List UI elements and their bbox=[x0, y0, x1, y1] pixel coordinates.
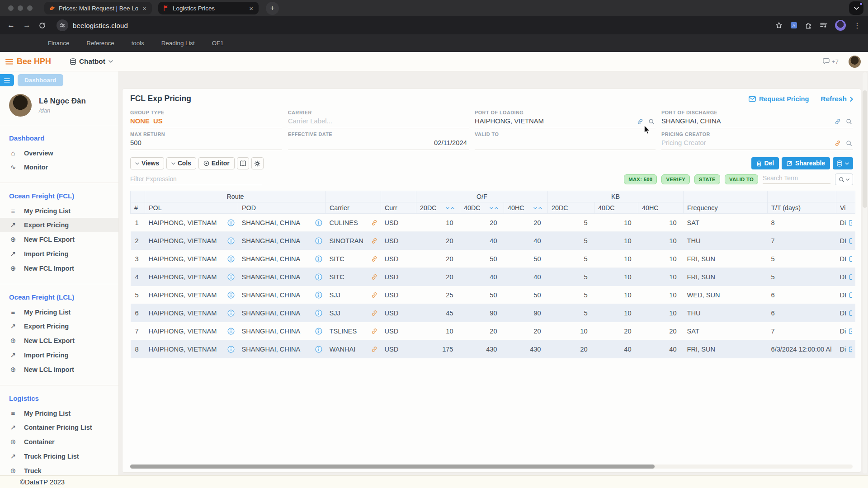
settings-button[interactable] bbox=[251, 157, 264, 169]
link-icon[interactable] bbox=[637, 118, 643, 125]
table-row[interactable]: 2 HAIPHONG, VIETNAM SHANGHAI, CHINA SINO… bbox=[131, 232, 855, 250]
sidebar-item-lcl-import-pricing[interactable]: ↗Import Pricing bbox=[0, 348, 118, 362]
info-icon[interactable] bbox=[227, 310, 235, 317]
user-avatar[interactable] bbox=[849, 56, 861, 68]
menu-hamburger-icon[interactable] bbox=[5, 59, 13, 65]
edit-icon[interactable] bbox=[849, 273, 851, 280]
col-of-40dc[interactable]: 40DC bbox=[460, 202, 504, 214]
info-icon[interactable] bbox=[315, 291, 322, 299]
table-row[interactable]: 7 HAIPHONG, VIETNAM SHANGHAI, CHINA TSLI… bbox=[131, 322, 855, 340]
link-icon[interactable] bbox=[371, 310, 377, 316]
table-row[interactable]: 4 HAIPHONG, VIETNAM SHANGHAI, CHINA SITC… bbox=[131, 268, 855, 286]
browser-tab-mail-request[interactable]: Prices: Mail Request | Bee Lo × bbox=[44, 2, 152, 14]
window-controls[interactable] bbox=[8, 5, 33, 11]
table-row[interactable]: 5 HAIPHONG, VIETNAM SHANGHAI, CHINA SJJ … bbox=[131, 286, 855, 304]
table-row[interactable]: 1 HAIPHONG, VIETNAM SHANGHAI, CHINA CULI… bbox=[131, 214, 855, 232]
shareable-button[interactable]: Shareable bbox=[782, 157, 830, 169]
browser-profile-avatar[interactable] bbox=[835, 20, 846, 31]
carrier-field[interactable]: CARRIER Carrier Label... bbox=[288, 109, 469, 128]
delete-button[interactable]: Del bbox=[751, 157, 779, 169]
book-view-button[interactable] bbox=[237, 157, 249, 169]
sort-asc-icon[interactable] bbox=[538, 207, 542, 209]
sidebar-item-new-fcl-import[interactable]: ⊕New FCL Import bbox=[0, 261, 118, 276]
sidebar-toggle-button[interactable] bbox=[0, 74, 14, 86]
link-icon[interactable] bbox=[371, 328, 377, 334]
edit-icon[interactable] bbox=[849, 237, 851, 244]
save-dropdown-button[interactable] bbox=[833, 157, 853, 169]
bookmark-star-icon[interactable] bbox=[775, 22, 783, 29]
max-return-field[interactable]: MAX RETURN 500 bbox=[130, 131, 282, 150]
pricing-creator-field[interactable]: PRICING CREATOR Pricing Creator bbox=[661, 131, 853, 150]
info-icon[interactable] bbox=[315, 346, 322, 353]
bookmark-tools[interactable]: tools bbox=[132, 40, 144, 47]
refresh-button[interactable]: Refresh bbox=[821, 95, 853, 103]
sidebar-item-lcl-my-pricing-list[interactable]: ≡My Pricing List bbox=[0, 305, 118, 319]
table-row[interactable]: 6 HAIPHONG, VIETNAM SHANGHAI, CHINA SJJ … bbox=[131, 304, 855, 322]
minimize-window-button[interactable] bbox=[18, 5, 23, 11]
valid-to-filter-badge[interactable]: VALID TO bbox=[725, 174, 758, 184]
horizontal-scrollbar[interactable] bbox=[130, 465, 853, 469]
port-of-discharge-field[interactable]: PORT OF DISCHARGE SHANGHAI, CHINA bbox=[661, 109, 853, 128]
profile-card[interactable]: Lê Ngọc Đàn /dan bbox=[0, 94, 118, 117]
filter-expression-input[interactable]: Filter Expression bbox=[130, 176, 262, 185]
info-icon[interactable] bbox=[315, 219, 322, 226]
browser-tab-logistics-prices[interactable]: Logistics Prices × bbox=[158, 2, 259, 14]
max-filter-badge[interactable]: MAX: 500 bbox=[624, 174, 657, 184]
port-of-loading-field[interactable]: PORT OF LOADING HAIPHONG, VIETNAM bbox=[475, 109, 656, 128]
link-icon[interactable] bbox=[371, 292, 377, 298]
bookmark-of1[interactable]: OF1 bbox=[212, 40, 224, 47]
info-icon[interactable] bbox=[227, 346, 235, 353]
reload-button[interactable] bbox=[39, 22, 46, 29]
edit-icon[interactable] bbox=[849, 255, 851, 262]
sidebar-item-truck-pricing-list[interactable]: ↗Truck Pricing List bbox=[0, 449, 118, 464]
bookmark-finance[interactable]: Finance bbox=[48, 40, 69, 47]
sidebar-item-truck[interactable]: ⊕Truck bbox=[0, 464, 118, 475]
back-button[interactable]: ← bbox=[7, 21, 15, 30]
sort-desc-icon[interactable] bbox=[446, 207, 449, 209]
info-icon[interactable] bbox=[315, 310, 322, 317]
media-list-icon[interactable] bbox=[820, 22, 827, 28]
link-icon[interactable] bbox=[835, 140, 841, 146]
col-of-20dc[interactable]: 20DC bbox=[416, 202, 460, 214]
search-icon[interactable] bbox=[846, 118, 852, 125]
cols-button[interactable]: Cols bbox=[166, 157, 196, 169]
info-icon[interactable] bbox=[227, 273, 235, 281]
info-icon[interactable] bbox=[315, 237, 322, 244]
group-type-field[interactable]: GROUP TYPE NONE_US bbox=[130, 109, 282, 128]
sort-asc-icon[interactable] bbox=[451, 207, 454, 209]
close-tab-icon[interactable]: × bbox=[142, 5, 147, 12]
col-of-40hc[interactable]: 40HC bbox=[504, 202, 548, 214]
info-icon[interactable] bbox=[315, 328, 322, 335]
request-pricing-button[interactable]: Request Pricing bbox=[749, 95, 809, 103]
sidebar-item-container[interactable]: ⊕Container bbox=[0, 435, 118, 449]
sidebar-item-log-my-pricing-list[interactable]: ≡My Pricing List bbox=[0, 406, 118, 420]
search-icon[interactable] bbox=[846, 140, 852, 146]
sidebar-item-new-lcl-export[interactable]: ⊕New LCL Export bbox=[0, 333, 118, 348]
link-icon[interactable] bbox=[371, 274, 377, 280]
site-info-button[interactable] bbox=[57, 19, 68, 31]
sidebar-item-monitor[interactable]: ∿Monitor bbox=[0, 160, 118, 174]
chat-count[interactable]: +7 bbox=[823, 58, 839, 65]
info-icon[interactable] bbox=[227, 328, 235, 335]
link-icon[interactable] bbox=[371, 346, 377, 352]
search-term-input[interactable]: Search Term bbox=[763, 175, 830, 184]
tab-search-button[interactable] bbox=[849, 1, 863, 15]
sidebar-item-new-lcl-import[interactable]: ⊕New LCL Import bbox=[0, 362, 118, 377]
info-icon[interactable] bbox=[315, 255, 322, 263]
browser-menu-icon[interactable]: ⋮ bbox=[854, 21, 861, 30]
sidebar-item-lcl-export-pricing[interactable]: ↗Export Pricing bbox=[0, 319, 118, 333]
info-icon[interactable] bbox=[227, 219, 235, 226]
address-bar[interactable]: beelogistics.cloud bbox=[73, 22, 128, 29]
editor-button[interactable]: Editor bbox=[198, 157, 235, 169]
close-window-button[interactable] bbox=[8, 5, 14, 11]
sort-desc-icon[interactable] bbox=[533, 207, 537, 209]
extensions-icon[interactable] bbox=[805, 22, 812, 29]
link-icon[interactable] bbox=[371, 256, 377, 262]
edit-icon[interactable] bbox=[849, 291, 851, 298]
bookmark-reading-list[interactable]: Reading List bbox=[161, 40, 195, 47]
link-icon[interactable] bbox=[371, 238, 377, 244]
search-button[interactable] bbox=[835, 174, 853, 185]
translate-icon[interactable]: A bbox=[790, 22, 797, 29]
effective-date-field[interactable]: EFFECTIVE DATE 02/11/2024 bbox=[288, 131, 469, 150]
edit-icon[interactable] bbox=[849, 219, 851, 226]
